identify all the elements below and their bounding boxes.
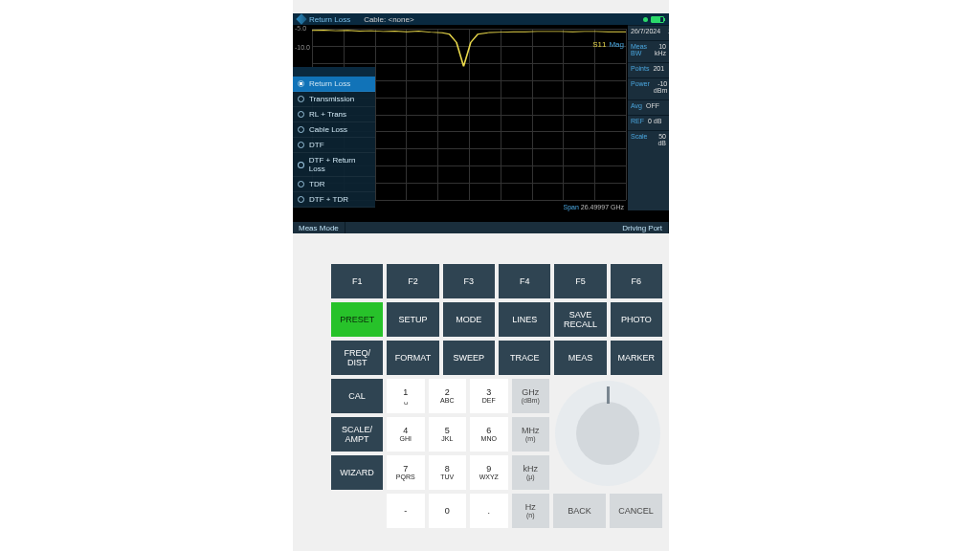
numpad-Hz[interactable]: Hz(n) [512,494,550,528]
meas-mode-option[interactable]: DTF + Return Loss [293,153,375,177]
menukey-marker[interactable]: MARKER [611,341,662,375]
trace-label: S11Mag [592,40,624,49]
meas-mode-option[interactable]: DTF + TDR [293,192,375,208]
numpad-0[interactable]: 0 [429,494,467,528]
knobkey-cancel[interactable]: CANCEL [610,494,662,528]
sidekey-scaleampt[interactable]: SCALE/AMPT [331,417,383,452]
titlebar: Return Loss Cable: <none> [293,13,669,25]
numpad-3[interactable]: 3DEF [470,379,508,413]
menukey-trace[interactable]: TRACE [499,341,550,375]
numpad-kHz[interactable]: kHz(µ) [512,455,550,490]
fkey-f2[interactable]: F2 [387,264,438,298]
menukey-photo[interactable]: PHOTO [611,302,662,337]
menukey-sweep[interactable]: SWEEP [443,341,495,375]
knobkey-back[interactable]: BACK [553,494,606,528]
softkey-bar: Meas Mode Driving Port [293,222,669,233]
meas-mode-option[interactable]: DTF [293,138,375,153]
softkey-meas-mode[interactable]: Meas Mode [293,222,345,233]
meas-mode-option[interactable]: Transmission [293,92,375,107]
meas-mode-option[interactable]: RL + Trans [293,107,375,122]
menukey-meas[interactable]: MEAS [554,341,606,375]
menukey-preset[interactable]: PRESET [331,302,383,337]
sidekey-cal[interactable]: CAL [331,379,383,413]
measurement-title: Return Loss [309,15,350,24]
numpad-9[interactable]: 9WXYZ [470,455,508,490]
meas-mode-option[interactable]: TDR [293,177,375,192]
y-axis-ticks: -5.0 -10.0 [295,25,310,63]
meas-mode-option[interactable]: Return Loss [293,77,375,92]
numpad-2[interactable]: 2ABC [429,379,467,413]
numpad-5[interactable]: 5JKL [429,417,467,452]
numpad-.[interactable]: . [470,494,508,528]
softkey-driving-port[interactable]: Driving Port [616,222,669,233]
fkey-f4[interactable]: F4 [499,264,550,298]
numpad-6[interactable]: 6MNO [470,417,508,452]
fkey-f1[interactable]: F1 [331,264,383,298]
menukey-freqdist[interactable]: FREQ/DIST [331,341,383,375]
fkey-f3[interactable]: F3 [443,264,495,298]
fkey-f5[interactable]: F5 [554,264,606,298]
cable-indicator: Cable: <none> [364,15,414,24]
status-dot-icon [643,17,648,22]
sidekey-wizard[interactable]: WIZARD [331,455,383,490]
hard-keypad: F1F2F3F4F5F6 PRESETSETUPMODELINESSAVEREC… [331,264,662,547]
span-readout: Span 26.49997 GHz [564,204,624,210]
battery-icon [651,16,664,23]
menukey-saverecall[interactable]: SAVERECALL [554,302,606,337]
meas-mode-option[interactable]: Cable Loss [293,122,375,138]
menukey-setup[interactable]: SETUP [387,302,438,337]
numpad-MHz[interactable]: MHz(m) [512,417,550,452]
meas-mode-popup: Return LossTransmissionRL + TransCable L… [293,67,375,208]
menukey-mode[interactable]: MODE [443,302,495,337]
menukey-format[interactable]: FORMAT [387,341,438,375]
numpad-GHz[interactable]: GHz(dBm) [512,379,550,413]
numpad-8[interactable]: 8TUV [429,455,467,490]
datetime: 26/7/2024 22:52 [628,25,669,36]
rotary-knob[interactable] [555,381,660,486]
info-sidebar: 26/7/2024 22:52 Meas BW10 kHz Points201 … [628,25,669,210]
numpad-7[interactable]: 7PQRS [387,455,425,490]
brand-icon [296,13,306,24]
numpad--[interactable]: - [387,494,425,528]
fkey-f6[interactable]: F6 [611,264,662,298]
numpad-4[interactable]: 4GHI [387,417,425,452]
instrument-screen: Return Loss Cable: <none> -5.0 -10.0 S11… [293,13,669,233]
menukey-lines[interactable]: LINES [499,302,550,337]
numpad-1[interactable]: 1␣ [387,379,425,413]
